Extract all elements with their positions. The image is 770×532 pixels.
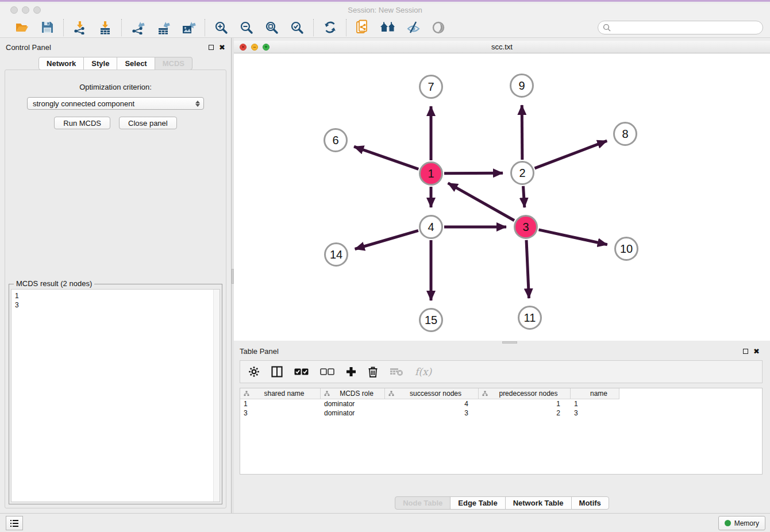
graph-edge-2-3[interactable]: [523, 186, 524, 207]
graph-edge-1-2[interactable]: [444, 173, 503, 174]
memory-label: Memory: [734, 519, 759, 527]
mcds-result-group: MCDS result (2 nodes) 1 3: [9, 284, 222, 504]
cell-successor-nodes[interactable]: 4: [385, 399, 479, 408]
import-network-icon[interactable]: [72, 20, 88, 36]
table-toolbar: f(x): [240, 360, 763, 383]
add-column-icon[interactable]: [346, 367, 356, 377]
column-header-name[interactable]: name: [571, 388, 619, 399]
tab-style[interactable]: Style: [83, 57, 117, 70]
export-table-icon[interactable]: [155, 20, 171, 36]
network-window-titlebar[interactable]: ✕ − + scc.txt: [234, 41, 770, 53]
checked-boxes-icon[interactable]: [294, 368, 309, 375]
delete-table-icon[interactable]: [390, 367, 403, 376]
cell-shared-name[interactable]: 3: [240, 408, 321, 418]
unchecked-boxes-icon[interactable]: [320, 368, 334, 375]
close-panel-icon[interactable]: ✖: [753, 348, 760, 355]
cell-successor-nodes[interactable]: 3: [385, 408, 479, 418]
graph-node-11[interactable]: 11: [518, 306, 542, 330]
column-header-predecessor-nodes[interactable]: predecessor nodes: [479, 388, 571, 399]
function-builder-icon[interactable]: f(x): [415, 366, 432, 377]
split-columns-icon[interactable]: [271, 366, 283, 377]
table-row[interactable]: 3dominator323: [240, 408, 762, 418]
column-header-successor-nodes[interactable]: successor nodes: [385, 388, 479, 399]
criterion-dropdown[interactable]: strongly connected component: [27, 97, 204, 110]
close-panel-icon[interactable]: ✖: [219, 44, 225, 51]
task-history-button[interactable]: [6, 516, 23, 530]
table-tab-node-table[interactable]: Node Table: [395, 496, 451, 510]
result-scrollbar[interactable]: [213, 290, 220, 502]
cell-shared-name[interactable]: 1: [240, 399, 321, 408]
tab-select[interactable]: Select: [117, 57, 155, 70]
graph-node-10[interactable]: 10: [614, 237, 638, 261]
mcds-result-text[interactable]: 1 3: [11, 289, 220, 502]
graph-edge-3-11[interactable]: [526, 240, 529, 298]
zoom-in-icon[interactable]: [213, 20, 229, 36]
clone-network-icon[interactable]: [355, 20, 371, 36]
status-bar: Memory: [0, 513, 770, 532]
graph-node-6[interactable]: 6: [324, 128, 348, 152]
node-table[interactable]: shared nameMCDS rolesuccessor nodesprede…: [240, 388, 763, 475]
cell-predecessor-nodes[interactable]: 2: [479, 408, 571, 418]
open-folder-icon[interactable]: [14, 20, 30, 36]
memory-button[interactable]: Memory: [718, 516, 765, 530]
float-panel-icon[interactable]: [209, 45, 214, 50]
splitter-grip[interactable]: [502, 341, 517, 344]
graph-node-9[interactable]: 9: [510, 74, 534, 98]
zoom-fit-icon[interactable]: [264, 20, 280, 36]
cell-predecessor-nodes[interactable]: 1: [479, 399, 571, 408]
export-network-icon[interactable]: [130, 20, 146, 36]
cell-name[interactable]: 1: [571, 399, 619, 408]
table-tab-edge-table[interactable]: Edge Table: [450, 496, 505, 510]
search-input[interactable]: [614, 24, 758, 32]
graph-node-14[interactable]: 14: [324, 242, 348, 267]
run-mcds-button[interactable]: Run MCDS: [54, 117, 110, 129]
tab-network[interactable]: Network: [38, 57, 84, 70]
graph-edge-3-10[interactable]: [538, 230, 607, 245]
search-field[interactable]: [598, 21, 763, 34]
control-panel-title: Control Panel: [6, 43, 209, 52]
zoom-selected-icon[interactable]: [289, 20, 305, 36]
close-panel-button[interactable]: Close panel: [119, 117, 177, 129]
cell-mcds-role[interactable]: dominator: [321, 399, 385, 408]
graph-node-1[interactable]: 1: [419, 161, 443, 186]
memory-status-icon: [725, 520, 731, 526]
dropdown-stepper-icon: [195, 101, 200, 107]
import-table-icon[interactable]: [97, 20, 113, 36]
cell-mcds-role[interactable]: dominator: [321, 408, 385, 418]
column-header-mcds-role[interactable]: MCDS role: [321, 388, 385, 399]
graph-edge-1-6[interactable]: [354, 147, 418, 169]
table-panel: Table Panel ✖: [234, 344, 770, 513]
graph-node-7[interactable]: 7: [419, 75, 443, 99]
eye-icon[interactable]: [430, 20, 446, 36]
table-tab-motifs[interactable]: Motifs: [571, 496, 609, 510]
cell-name[interactable]: 3: [571, 408, 619, 418]
graph-node-15[interactable]: 15: [419, 308, 443, 332]
export-image-icon[interactable]: [180, 20, 197, 36]
graph-edge-4-14[interactable]: [355, 230, 418, 249]
graph-edge-2-9[interactable]: [522, 105, 522, 160]
eye-slash-icon[interactable]: [405, 20, 421, 36]
graph-edge-3-1[interactable]: [448, 183, 514, 221]
column-header-shared-name[interactable]: shared name: [240, 388, 321, 399]
save-icon[interactable]: [39, 20, 55, 36]
optimization-criterion-label: Optimization criterion:: [5, 83, 226, 91]
graph-node-4[interactable]: 4: [419, 215, 443, 239]
table-panel-title: Table Panel: [240, 347, 743, 356]
graph-node-8[interactable]: 8: [613, 122, 637, 146]
control-panel-tabs: NetworkStyleSelectMCDS: [0, 57, 231, 70]
network-window: ✕ − + scc.txt 7968124314101511: [234, 41, 770, 341]
graph-edge-2-8[interactable]: [535, 141, 607, 168]
zoom-out-icon[interactable]: [238, 20, 255, 36]
gear-icon[interactable]: [248, 366, 260, 377]
graph-node-3[interactable]: 3: [514, 215, 538, 239]
table-row[interactable]: 1dominator411: [240, 399, 762, 408]
trash-icon[interactable]: [368, 366, 378, 377]
houses-icon[interactable]: [380, 20, 396, 36]
network-window-title: scc.txt: [234, 43, 770, 51]
network-canvas[interactable]: 7968124314101511: [234, 53, 770, 341]
tab-mcds[interactable]: MCDS: [155, 57, 192, 70]
float-panel-icon[interactable]: [743, 349, 748, 354]
graph-node-2[interactable]: 2: [510, 161, 534, 185]
refresh-icon[interactable]: [322, 20, 338, 36]
table-tab-network-table[interactable]: Network Table: [505, 496, 572, 510]
